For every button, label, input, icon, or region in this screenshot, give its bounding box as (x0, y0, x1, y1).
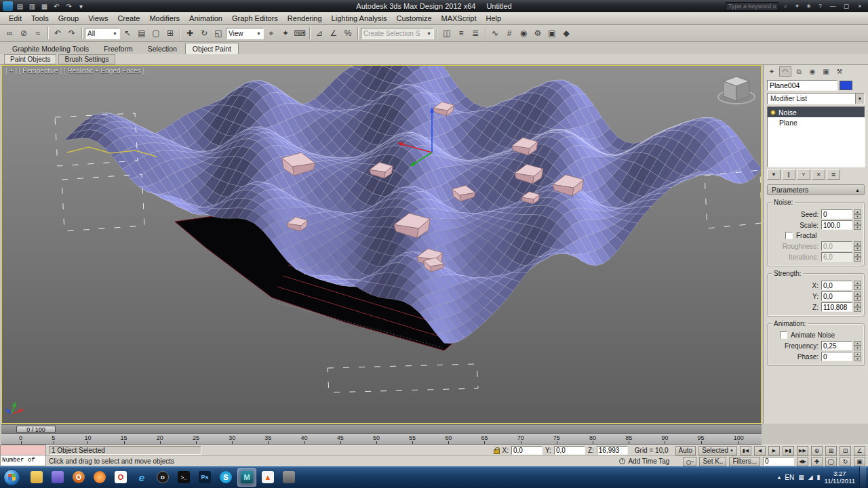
menu-item-7[interactable]: Graph Editors (227, 12, 283, 24)
perspective-viewport[interactable]: [ + ] [ Perspective ] [ Realistic + Edge… (1, 65, 762, 424)
ribbon-tab-0[interactable]: Graphite Modeling Tools (5, 43, 96, 54)
favorites-icon[interactable]: ★ (804, 3, 813, 9)
object-name-field[interactable] (767, 80, 837, 91)
menu-item-6[interactable]: Animation (184, 12, 227, 24)
network-icon[interactable]: ▦ (798, 474, 804, 481)
ribbon-panel-tab-1[interactable]: Brush Settings (58, 54, 115, 64)
taskbar-vlc-icon[interactable]: ▲ (258, 468, 277, 487)
seed-field[interactable] (821, 209, 852, 219)
app-logo-icon[interactable] (3, 1, 13, 11)
show-hidden-icons-icon[interactable]: ▴ (778, 474, 781, 481)
strength-x-spinner[interactable]: ▲▼ (854, 281, 861, 290)
object-color-swatch[interactable] (840, 81, 852, 90)
mini-listener-script-row[interactable]: Number of (0, 455, 46, 466)
mini-listener-macro-row[interactable] (0, 445, 46, 455)
next-frame-button[interactable]: ▶▮ (783, 446, 794, 455)
create-selection-set-dropdown[interactable]: Create Selection S▼ (361, 28, 434, 39)
make-unique-icon[interactable]: Y (797, 169, 810, 180)
redo-scene-icon[interactable]: ↷ (65, 26, 79, 40)
percent-snap-icon[interactable]: % (341, 26, 355, 40)
unlink-selection-icon[interactable]: ⊘ (17, 26, 31, 40)
scale-field[interactable] (821, 220, 852, 230)
modifier-stack-item-plane[interactable]: Plane (768, 117, 865, 127)
configure-modifier-sets-icon[interactable]: ≣ (827, 169, 840, 180)
menu-item-9[interactable]: Lighting Analysis (327, 12, 392, 24)
coord-x-field[interactable] (511, 446, 542, 455)
modifier-enabled-icon[interactable] (770, 110, 776, 115)
select-and-scale-icon[interactable]: ◱ (212, 26, 225, 40)
zoom-extents-icon[interactable]: ⊡ (840, 446, 851, 455)
zoom-icon[interactable]: ⊕ (811, 446, 823, 455)
maximize-viewport-icon[interactable]: ▣ (854, 457, 865, 466)
keyboard-shortcut-override-icon[interactable]: ⌨ (293, 26, 307, 40)
menu-item-8[interactable]: Rendering (283, 12, 327, 24)
pin-stack-icon[interactable]: ▼ (767, 169, 781, 180)
communication-center-icon[interactable]: ✦ (793, 3, 802, 9)
menu-item-3[interactable]: Views (83, 12, 113, 24)
menu-item-10[interactable]: Customize (392, 12, 437, 24)
modifier-stack-item-noise[interactable]: Noise (768, 107, 865, 117)
orbit-icon[interactable]: ↻ (840, 457, 851, 466)
mirror-icon[interactable]: ◫ (440, 26, 454, 40)
show-end-result-icon[interactable]: ∥ (782, 169, 795, 180)
taskbar-3dsmax-icon[interactable]: M (237, 468, 256, 487)
render-setup-icon[interactable]: ⚙ (531, 26, 545, 40)
ribbon-panel-tab-0[interactable]: Paint Objects (4, 54, 56, 64)
taskbar-powerpoint-icon[interactable]: O (69, 468, 88, 487)
battery-icon[interactable]: ▮ (817, 474, 821, 481)
fractal-checkbox[interactable] (785, 232, 793, 239)
taskbar-folder-icon[interactable] (27, 468, 46, 487)
phase-field[interactable] (821, 352, 852, 361)
motion-tab-icon[interactable]: ◉ (806, 66, 818, 77)
remove-modifier-icon[interactable]: ✕ (812, 169, 825, 180)
help-icon[interactable]: ? (816, 3, 825, 9)
save-file-icon[interactable]: ▦ (39, 1, 50, 11)
key-mode-toggle[interactable]: ◀▶ (797, 457, 808, 466)
taskbar-ie-icon[interactable]: e (132, 468, 151, 487)
strength-y-field[interactable] (821, 291, 852, 301)
time-slider-knob[interactable]: 0 / 100 (16, 426, 56, 433)
go-to-end-button[interactable]: ▶▶ (797, 446, 808, 455)
viewport-label[interactable]: [ + ] [ Perspective ] [ Realistic + Edge… (5, 67, 144, 75)
taskbar-dell-icon[interactable]: D (153, 468, 172, 487)
selection-lock-icon[interactable] (494, 449, 500, 454)
maximize-button[interactable]: ▢ (841, 3, 852, 9)
iterations-field[interactable] (821, 252, 852, 262)
select-and-rotate-icon[interactable]: ↻ (197, 26, 211, 40)
strength-y-spinner[interactable]: ▲▼ (854, 291, 861, 301)
set-key-button[interactable]: Set K.. (699, 457, 726, 466)
utilities-tab-icon[interactable]: ⚒ (833, 66, 846, 77)
search-icon[interactable]: ⌕ (781, 3, 790, 10)
rendered-frame-window-icon[interactable]: ▣ (545, 26, 559, 40)
menu-item-2[interactable]: Group (54, 12, 84, 24)
ribbon-tab-2[interactable]: Selection (141, 43, 184, 54)
strength-z-spinner[interactable]: ▲▼ (854, 302, 861, 312)
taskbar-photoshop-icon[interactable]: Ps (195, 468, 214, 487)
menu-item-12[interactable]: Help (481, 12, 507, 24)
workspace-dropdown-icon[interactable]: ▾ (76, 1, 86, 11)
reference-coordinate-dropdown[interactable]: View▼ (226, 28, 264, 39)
key-filters-button[interactable]: Filters... (729, 457, 760, 466)
frequency-field[interactable] (821, 341, 852, 350)
coord-z-field[interactable] (597, 446, 628, 455)
set-key-icon-button[interactable] (683, 457, 696, 466)
viewport-canvas[interactable] (2, 66, 761, 423)
modify-tab-icon[interactable]: ◠ (779, 66, 791, 77)
close-button[interactable]: × (854, 3, 865, 9)
undo-icon[interactable]: ↶ (52, 1, 62, 11)
track-bar-ruler[interactable]: 0510152025303540455055606570758085909510… (1, 433, 762, 445)
search-input[interactable] (726, 2, 778, 11)
field-of-view-icon[interactable]: ∠ (854, 446, 865, 455)
selected-mode-dropdown[interactable]: Selected ▼ (698, 446, 737, 455)
angle-snap-icon[interactable]: ∠ (327, 26, 340, 40)
display-tab-icon[interactable]: ▣ (820, 66, 832, 77)
menu-item-5[interactable]: Modifiers (144, 12, 184, 24)
pan-icon[interactable]: ✚ (811, 457, 823, 466)
taskbar-clock[interactable]: 3:27 11/11/2011 (825, 470, 855, 485)
material-editor-icon[interactable]: ◉ (517, 26, 530, 40)
walk-through-icon[interactable]: ◯ (825, 457, 837, 466)
maxscript-mini-listener[interactable]: Number of (0, 445, 46, 466)
curve-editor-icon[interactable]: ∿ (488, 26, 502, 40)
previous-frame-button[interactable]: ◀ (754, 446, 766, 455)
selection-region-icon[interactable]: ▢ (149, 26, 163, 40)
